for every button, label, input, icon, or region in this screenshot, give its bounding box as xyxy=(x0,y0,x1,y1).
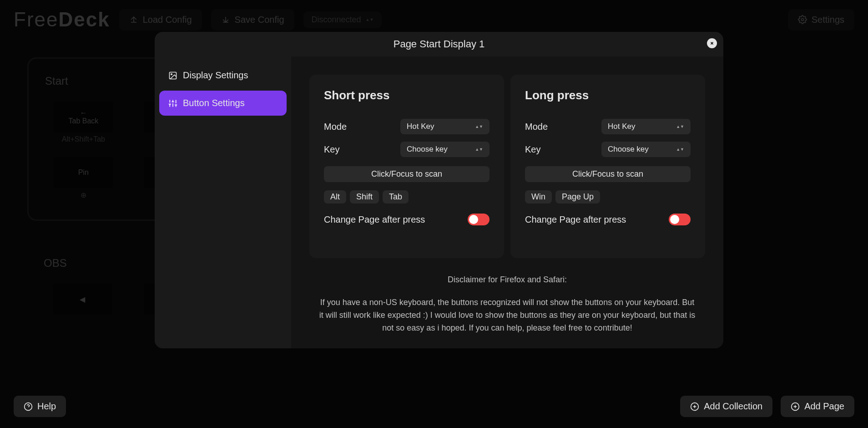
change-page-label: Change Page after press xyxy=(525,214,626,225)
close-button[interactable] xyxy=(707,38,717,48)
add-page-label: Add Page xyxy=(804,401,844,412)
short-key-badges: Alt Shift Tab xyxy=(324,190,490,204)
key-badge[interactable]: Alt xyxy=(324,190,346,204)
disclaimer: Disclaimer for Firefox and Safari: If yo… xyxy=(309,274,705,335)
select-value: Hot Key xyxy=(608,122,635,131)
modal-content: Short press Mode Hot Key ▲▼ Key Choose k… xyxy=(291,56,723,348)
add-collection-label: Add Collection xyxy=(704,401,762,412)
plus-circle-icon xyxy=(690,402,699,411)
display-settings-modal: Page Start Display 1 Display Settings Bu… xyxy=(155,32,723,348)
modal-header: Page Start Display 1 xyxy=(155,32,723,56)
modal-title: Page Start Display 1 xyxy=(394,38,485,50)
help-icon xyxy=(24,402,33,411)
disclaimer-title: Disclaimer for Firefox and Safari: xyxy=(318,274,697,286)
help-button[interactable]: Help xyxy=(14,396,66,417)
long-key-select[interactable]: Choose key ▲▼ xyxy=(601,142,691,157)
svg-point-10 xyxy=(171,73,172,75)
key-badge[interactable]: Win xyxy=(525,190,552,204)
key-badge[interactable]: Page Up xyxy=(555,190,600,204)
short-press-panel: Short press Mode Hot Key ▲▼ Key Choose k… xyxy=(309,75,504,258)
chevron-updown-icon: ▲▼ xyxy=(676,148,684,151)
long-change-page-toggle[interactable] xyxy=(669,214,691,225)
plus-circle-icon xyxy=(791,402,800,411)
sidebar-label: Button Settings xyxy=(183,98,245,108)
select-value: Hot Key xyxy=(407,122,434,131)
long-press-panel: Long press Mode Hot Key ▲▼ Key Choose ke… xyxy=(510,75,705,258)
short-press-title: Short press xyxy=(324,88,490,102)
long-scan-button[interactable]: Click/Focus to scan xyxy=(525,166,691,182)
image-icon xyxy=(168,71,177,80)
short-key-select[interactable]: Choose key ▲▼ xyxy=(400,142,490,157)
sidebar-item-button-settings[interactable]: Button Settings xyxy=(159,91,287,116)
sidebar-item-display-settings[interactable]: Display Settings xyxy=(159,63,287,88)
change-page-label: Change Page after press xyxy=(324,214,425,225)
chevron-updown-icon: ▲▼ xyxy=(475,148,483,151)
sidebar-label: Display Settings xyxy=(183,70,248,81)
key-label: Key xyxy=(324,144,339,155)
key-label: Key xyxy=(525,144,540,155)
short-mode-select[interactable]: Hot Key ▲▼ xyxy=(400,119,490,134)
key-badge[interactable]: Tab xyxy=(383,190,409,204)
chevron-updown-icon: ▲▼ xyxy=(676,125,684,128)
select-value: Choose key xyxy=(608,145,649,154)
short-change-page-toggle[interactable] xyxy=(468,214,490,225)
add-page-button[interactable]: Add Page xyxy=(781,396,854,417)
sliders-icon xyxy=(168,99,177,108)
mode-label: Mode xyxy=(324,122,347,132)
chevron-updown-icon: ▲▼ xyxy=(475,125,483,128)
add-collection-button[interactable]: Add Collection xyxy=(680,396,772,417)
key-badge[interactable]: Shift xyxy=(350,190,379,204)
close-icon xyxy=(710,39,714,47)
mode-label: Mode xyxy=(525,122,548,132)
long-key-badges: Win Page Up xyxy=(525,190,691,204)
select-value: Choose key xyxy=(407,145,448,154)
long-press-title: Long press xyxy=(525,88,691,102)
help-label: Help xyxy=(37,401,56,412)
short-scan-button[interactable]: Click/Focus to scan xyxy=(324,166,490,182)
disclaimer-body: If you have a non-US keyboard, the butto… xyxy=(318,296,697,335)
modal-sidebar: Display Settings Button Settings xyxy=(155,56,291,348)
long-mode-select[interactable]: Hot Key ▲▼ xyxy=(601,119,691,134)
